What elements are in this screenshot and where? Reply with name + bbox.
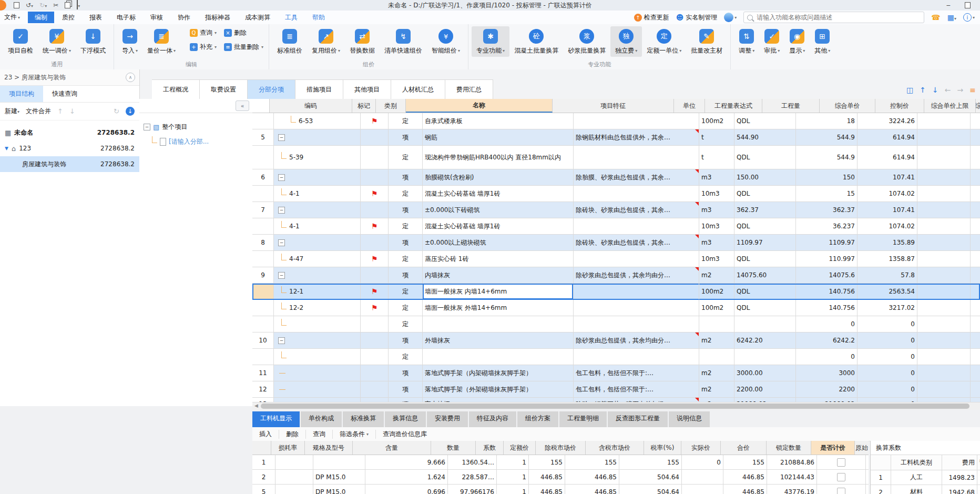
row-number-cell[interactable]: 1 <box>252 455 275 469</box>
col-name[interactable]: 名称 <box>406 99 553 113</box>
quantity-cell[interactable]: 0 <box>796 349 858 365</box>
col-price-no-tax[interactable]: 除税市场价 <box>536 441 586 455</box>
price-limit-cell[interactable] <box>971 169 980 185</box>
detail-toolbar-button[interactable]: 插入▾ <box>252 430 279 439</box>
ribbon-button[interactable]: ≣ 量价一体▾ <box>142 26 180 57</box>
price-limit-cell[interactable] <box>971 381 980 397</box>
control-price-cell[interactable] <box>917 169 971 185</box>
ribbon-button[interactable]: ✱ 专业功能▾ <box>472 26 509 57</box>
col-content[interactable]: 含量 <box>353 441 431 455</box>
realname-manage-button[interactable]: ☻ 实名制管理 <box>676 13 718 22</box>
amount-cell[interactable]: 1360.54… <box>448 455 497 469</box>
row-number-cell[interactable]: 11 <box>252 365 274 381</box>
collapse-node-icon[interactable]: − <box>278 272 285 279</box>
row-number-cell[interactable] <box>252 284 274 299</box>
unit-price-cell[interactable]: 0 <box>858 365 917 381</box>
control-price-cell[interactable] <box>917 284 971 299</box>
detail-tab[interactable]: 说明信息 <box>669 411 710 427</box>
mark-cell[interactable]: ⚑ <box>361 267 389 283</box>
quantity-cell[interactable]: 1109.97 <box>796 235 858 250</box>
move-up-icon[interactable]: ↑ <box>920 86 926 94</box>
feature-cell[interactable]: 除砂浆由总包提供，其余均由分… <box>574 332 699 348</box>
table-row[interactable]: − 4-1 ⚑ 定 混凝土实心砖基础 墙厚1砖 10m3 QDL 36.237 … <box>252 218 980 235</box>
price-limit-cell[interactable] <box>971 365 980 381</box>
col-qty-expr[interactable]: 工程量表达式 <box>705 99 762 113</box>
search-input[interactable] <box>756 13 921 22</box>
col-tax-rate[interactable]: 税率(%) <box>644 441 681 455</box>
fee-cell[interactable]: 1942.68 <box>942 485 977 494</box>
unit-price-cell[interactable]: 1358.87 <box>858 251 917 267</box>
qty-expr-cell[interactable]: QDL <box>734 113 796 129</box>
price-with-tax-cell[interactable]: 504.64 <box>619 470 682 484</box>
collapse-node-icon[interactable]: − <box>278 134 285 141</box>
price-limit-cell[interactable] <box>971 113 980 129</box>
price-limit-cell[interactable] <box>971 267 980 283</box>
collapse-panel-icon[interactable]: « <box>236 100 249 111</box>
ribbon-button[interactable]: ⊞ 其他▾ <box>810 26 835 57</box>
table-row[interactable]: − ⚑ 定 0 0 <box>252 316 980 332</box>
code-cell[interactable]: − <box>274 202 361 218</box>
menu-item[interactable]: 编制▾ <box>28 12 54 23</box>
table-row[interactable]: 7 − ⚑ 项 ±0.000以下砖砌筑 除砖块、砂浆由总包提供，其余… m3 3… <box>252 202 980 218</box>
coefficient-cell[interactable]: 1 <box>497 485 529 494</box>
col-unit[interactable]: 单位 <box>674 99 705 113</box>
qty-expr-cell[interactable]: 3000.00 <box>734 365 796 381</box>
mark-cell[interactable]: ⚑ <box>361 349 389 365</box>
col-code[interactable]: 编码 <box>270 99 352 113</box>
quantity-cell[interactable]: 110.997 <box>796 251 858 267</box>
table-row[interactable]: − ⚑ 定 0 0 <box>252 349 980 365</box>
quantity-cell[interactable]: 544.9 <box>796 129 858 145</box>
control-price-cell[interactable] <box>917 349 971 365</box>
code-cell[interactable]: − <box>274 381 361 397</box>
price-no-tax-cell[interactable]: 155 <box>565 455 619 469</box>
quantity-cell[interactable]: 18 <box>796 113 858 129</box>
category-cell[interactable]: 定 <box>389 316 423 332</box>
price-limit-cell[interactable] <box>971 332 980 348</box>
feature-cell[interactable]: 除砂浆由总包提供，其余均由分… <box>574 267 699 283</box>
col-feature[interactable]: 项目特征 <box>553 99 674 113</box>
scrollbar-thumb[interactable] <box>261 404 969 409</box>
code-cell[interactable]: − 4-1 <box>274 218 361 234</box>
code-cell[interactable]: − 6-53 <box>274 113 361 129</box>
quantity-cell[interactable]: 15 <box>796 186 858 201</box>
spec-cell[interactable]: DP M15.0 <box>313 470 365 484</box>
qty-expr-cell[interactable]: 6242.20 <box>734 332 796 348</box>
support-headset-icon[interactable]: ☎ <box>931 13 940 22</box>
ribbon-button[interactable]: ✓ 审批▾ <box>759 26 784 57</box>
name-cell[interactable]: 蒸压实心砖 1砖 <box>423 251 574 267</box>
code-cell[interactable]: − 12-1 <box>274 284 361 299</box>
unit-cell[interactable] <box>699 349 734 365</box>
price-limit-cell[interactable] <box>971 202 980 218</box>
row-number-cell[interactable] <box>252 186 274 201</box>
apps-grid-icon[interactable]: ▦▾ <box>947 13 956 22</box>
name-cell[interactable]: 混凝土实心砖基础 墙厚1砖 <box>423 218 574 234</box>
code-cell[interactable]: − <box>274 267 361 283</box>
ribbon-small-button[interactable]: Q 查询▾ <box>187 28 220 38</box>
ribbon-button[interactable]: 独 独立费▾ <box>610 26 642 57</box>
lock-checkbox[interactable] <box>837 458 845 467</box>
spec-cell[interactable] <box>313 455 365 469</box>
quantity-cell[interactable]: 140.756 <box>796 300 858 316</box>
feature-cell[interactable]: 除胎膜、砂浆由总包提供，其余… <box>574 169 699 185</box>
total-cell[interactable]: 43776.19 <box>767 485 817 494</box>
name-cell[interactable] <box>423 349 574 365</box>
unit-price-cell[interactable]: 2563.54 <box>858 284 917 299</box>
move-down-icon[interactable]: ↓ <box>932 86 938 94</box>
price-limit-cell[interactable] <box>971 235 980 250</box>
col-quantity[interactable]: 工程量 <box>762 99 820 113</box>
col-spec[interactable]: 规格及型号 <box>305 441 353 455</box>
ribbon-button[interactable]: ✓ 项目自检▾ <box>3 26 38 57</box>
tree-item-unit[interactable]: ▼ ⌂ 123 2728638.2 <box>0 140 139 156</box>
row-number-cell[interactable]: 8 <box>252 235 274 250</box>
col-fee[interactable]: 费用 <box>942 455 977 470</box>
control-price-cell[interactable] <box>917 381 971 397</box>
loss-rate-cell[interactable] <box>275 485 313 494</box>
price-with-tax-cell[interactable]: 504.64 <box>619 485 682 494</box>
minimize-button[interactable]: ─ <box>946 2 950 9</box>
category-cell[interactable]: 定 <box>389 349 423 365</box>
col-is-priced[interactable]: 是否计价 <box>811 441 855 455</box>
feature-cell[interactable] <box>574 284 699 299</box>
row-number-cell[interactable]: 6 <box>252 169 274 185</box>
fee-cell[interactable]: 1498.23 <box>942 470 977 485</box>
menu-item[interactable]: 文件▾ <box>0 11 27 24</box>
